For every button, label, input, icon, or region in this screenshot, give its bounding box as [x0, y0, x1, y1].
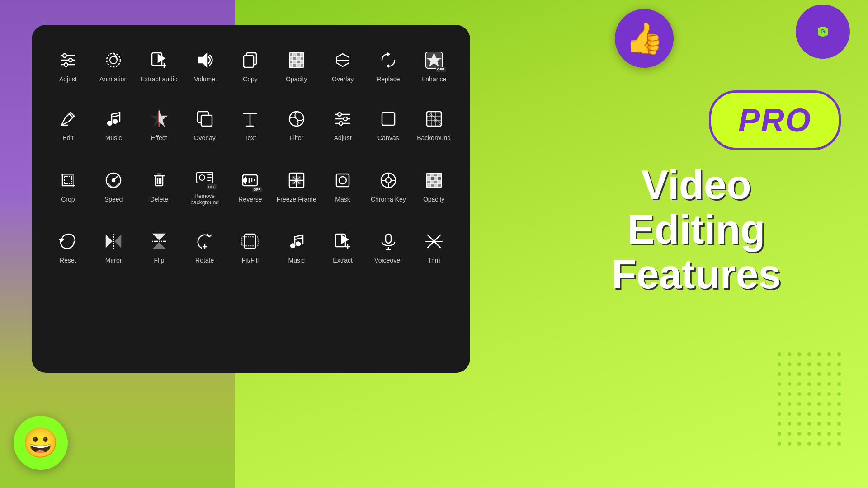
tool-opacity2[interactable]: Opacity: [411, 160, 457, 211]
svg-line-63: [427, 113, 439, 126]
tool-opacity[interactable]: Opacity: [273, 43, 320, 89]
tool-edit[interactable]: Edit: [45, 102, 91, 147]
rotate-label: Rotate: [195, 257, 214, 264]
tool-fit-fill[interactable]: Fit/Fill: [227, 224, 273, 270]
svg-rect-124: [386, 234, 391, 243]
delete-label: Delete: [150, 196, 168, 203]
effect-icon: [147, 107, 171, 131]
animation-label: Animation: [99, 75, 127, 83]
overlay2-label: Overlay: [194, 134, 216, 142]
tool-canvas[interactable]: Canvas: [365, 102, 411, 147]
copy-icon: [238, 48, 262, 72]
svg-marker-112: [106, 236, 112, 247]
svg-rect-99: [427, 177, 430, 180]
svg-rect-16: [289, 53, 293, 56]
svg-rect-29: [293, 64, 297, 67]
overlay-label: Overlay: [332, 75, 354, 83]
svg-marker-113: [115, 236, 121, 247]
tool-overlay2[interactable]: Overlay: [182, 102, 227, 147]
overlay-icon: [331, 48, 354, 72]
thumbs-up-button[interactable]: 👍: [615, 9, 674, 68]
reverse-label: Reverse: [238, 196, 262, 203]
reverse-icon: OFF: [238, 169, 262, 192]
tool-adjust[interactable]: Adjust: [45, 43, 91, 89]
tool-rotate[interactable]: Rotate: [182, 224, 227, 270]
tool-copy[interactable]: Copy: [227, 43, 273, 89]
svg-point-4: [69, 58, 72, 62]
edit-icon: [56, 107, 80, 131]
tool-mirror[interactable]: Mirror: [91, 224, 137, 270]
crop-label: Crop: [61, 196, 75, 203]
background-icon: [422, 107, 446, 131]
chroma-key-icon: [377, 169, 400, 192]
svg-line-62: [429, 112, 441, 124]
svg-rect-103: [427, 180, 430, 184]
tool-chroma-key[interactable]: Chroma Key: [365, 160, 411, 211]
opacity-icon: [285, 48, 308, 72]
adjust2-label: Adjust: [334, 134, 352, 142]
row-divider-3: [45, 217, 457, 218]
svg-point-66: [112, 179, 115, 182]
tool-overlay[interactable]: Overlay: [320, 43, 366, 89]
svg-rect-100: [430, 177, 434, 180]
tool-effect[interactable]: Effect: [137, 102, 182, 147]
tool-music2[interactable]: Music: [273, 224, 320, 270]
svg-marker-116: [154, 243, 165, 249]
tool-freeze-frame[interactable]: Freeze Frame: [273, 160, 320, 211]
tool-reset[interactable]: Reset: [45, 224, 91, 270]
tool-mask[interactable]: Mask: [320, 160, 366, 211]
svg-line-39: [112, 115, 120, 117]
tool-adjust2[interactable]: Adjust: [320, 102, 366, 147]
replace-icon: [377, 48, 400, 72]
mirror-icon: [102, 230, 125, 253]
voiceover-label: Voiceover: [374, 257, 402, 264]
tool-animation[interactable]: Animation: [91, 43, 137, 89]
tool-music[interactable]: Music: [91, 102, 137, 147]
tool-crop[interactable]: Crop: [45, 160, 91, 211]
volume-icon: [193, 48, 217, 72]
row-divider-1: [45, 95, 457, 95]
tool-trim[interactable]: Trim: [411, 224, 457, 270]
tool-remove-bg[interactable]: OFF Remove background: [182, 160, 227, 211]
tool-background[interactable]: Background: [411, 102, 457, 147]
tool-speed[interactable]: Speed: [91, 160, 137, 211]
tool-enhance[interactable]: OFF Enhance: [411, 43, 457, 89]
rotate-icon: [193, 230, 217, 253]
svg-point-54: [339, 122, 343, 125]
svg-rect-23: [300, 56, 304, 60]
svg-rect-30: [297, 64, 300, 67]
tool-extract[interactable]: Extract: [320, 224, 366, 270]
svg-rect-107: [427, 184, 430, 188]
pro-text: PRO: [738, 102, 811, 138]
svg-rect-18: [297, 53, 300, 56]
filter-icon: [285, 107, 308, 131]
mask-label: Mask: [335, 196, 350, 203]
extract-audio-icon: [147, 48, 171, 72]
svg-marker-42: [159, 111, 166, 125]
tool-volume[interactable]: Volume: [182, 43, 227, 89]
dots-decoration: [778, 352, 841, 452]
vef-line1: Video: [542, 163, 850, 207]
svg-rect-106: [438, 180, 441, 184]
tool-voiceover[interactable]: Voiceover: [365, 224, 411, 270]
filter-label: Filter: [289, 134, 303, 142]
svg-rect-14: [244, 56, 254, 67]
background-label: Background: [417, 134, 451, 142]
tool-filter[interactable]: Filter: [273, 102, 320, 147]
svg-text:G: G: [821, 28, 825, 35]
svg-rect-27: [300, 60, 304, 64]
volume-label: Volume: [194, 75, 215, 83]
tools-grid: Adjust Animation: [45, 43, 457, 270]
logo-button[interactable]: G: [796, 5, 850, 59]
tool-text[interactable]: Text: [227, 102, 273, 147]
tool-reverse[interactable]: OFF Reverse: [227, 160, 273, 211]
row-divider-2: [45, 154, 457, 154]
extract-label: Extract: [333, 257, 353, 264]
pro-badge: PRO: [709, 90, 841, 150]
tool-delete[interactable]: Delete: [137, 160, 182, 211]
tool-extract-audio[interactable]: Extract audio: [137, 43, 182, 89]
tool-flip[interactable]: Flip: [137, 224, 182, 270]
tool-replace[interactable]: Replace: [365, 43, 411, 89]
svg-rect-95: [427, 173, 430, 177]
vef-line2: Editing: [542, 207, 850, 252]
